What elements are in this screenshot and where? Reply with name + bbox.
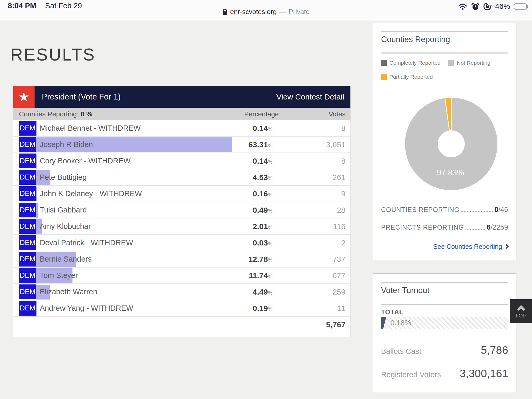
candidate-percentage: 0.14% bbox=[253, 124, 272, 133]
candidate-name: Pete Buttigieg bbox=[40, 173, 87, 182]
divider bbox=[381, 304, 508, 305]
contest-row: DEMDeval Patrick - WITHDREW0.03%2 bbox=[13, 235, 350, 251]
url-separator: — bbox=[279, 8, 286, 16]
contest-row: DEMAndrew Yang - WITHDREW0.19%11 bbox=[13, 300, 350, 317]
party-badge: DEM bbox=[19, 170, 36, 185]
legend-item: Partially Reported bbox=[381, 74, 433, 80]
turnout-card-title: Voter Turnout bbox=[381, 286, 429, 295]
contest-row: DEMElizabeth Warren4.49%259 bbox=[13, 284, 350, 300]
registered-voters-value: 3,300,161 bbox=[460, 367, 508, 380]
result-bar bbox=[36, 154, 37, 169]
candidate-votes: 2 bbox=[341, 238, 345, 247]
party-badge: DEM bbox=[19, 252, 36, 267]
counties-card-title: Counties Reporting bbox=[381, 35, 450, 44]
legend-swatch bbox=[448, 60, 454, 66]
candidate-votes: 11 bbox=[337, 304, 345, 313]
candidate-percentage: 12.78% bbox=[248, 255, 272, 264]
url-privacy-label: Private bbox=[289, 8, 310, 16]
see-counties-reporting-link[interactable]: See Counties Reporting bbox=[433, 243, 508, 250]
candidate-name: John K Delaney - WITHDREW bbox=[40, 189, 142, 198]
status-icons: 46% bbox=[458, 2, 528, 11]
divider bbox=[381, 31, 508, 32]
candidate-votes: 261 bbox=[332, 173, 345, 182]
battery-icon bbox=[514, 3, 528, 10]
candidate-percentage: 0.19% bbox=[253, 304, 272, 313]
contest-row: DEMCory Booker - WITHDREW0.14%8 bbox=[13, 153, 350, 169]
candidate-name: Amy Klobuchar bbox=[40, 222, 91, 231]
ballots-cast-label: Ballots Cast bbox=[381, 347, 421, 356]
wifi-icon bbox=[458, 3, 468, 10]
legend-swatch bbox=[381, 60, 387, 66]
stat-label: PRECINCTS REPORTING bbox=[381, 224, 464, 231]
party-badge: DEM bbox=[19, 203, 36, 217]
candidate-votes: 259 bbox=[332, 288, 345, 296]
candidate-name: Tom Steyer bbox=[40, 271, 78, 280]
counties-reporting-label: Counties Reporting: bbox=[19, 110, 79, 118]
party-badge: DEM bbox=[19, 219, 36, 234]
contest-row: DEMMichael Bennet - WITHDREW0.14%8 bbox=[13, 120, 350, 137]
candidate-name: Joseph R Biden bbox=[40, 140, 93, 149]
candidate-votes: 737 bbox=[332, 255, 345, 264]
chevron-right-icon bbox=[504, 244, 509, 249]
donut-percent-label: 97.83% bbox=[437, 168, 464, 177]
contest-rows: DEMMichael Bennet - WITHDREW0.14%8DEMJos… bbox=[13, 120, 350, 317]
legend-swatch bbox=[381, 74, 387, 80]
candidate-votes: 8 bbox=[341, 157, 345, 165]
party-badge: DEM bbox=[19, 154, 36, 168]
result-bar bbox=[36, 301, 37, 316]
candidate-percentage: 0.16% bbox=[253, 189, 272, 198]
legend-label: Completely Reported bbox=[389, 60, 441, 66]
party-badge: DEM bbox=[19, 235, 36, 250]
candidate-name: Deval Patrick - WITHDREW bbox=[40, 238, 133, 247]
total-votes-value: 5,767 bbox=[326, 320, 345, 329]
registered-voters-row: Registered Voters 3,300,161 bbox=[381, 367, 508, 380]
page-title: RESULTS bbox=[10, 45, 96, 64]
url-domain: enr-scvotes.org bbox=[230, 8, 277, 16]
stat-value: 6/2259 bbox=[487, 223, 508, 231]
turnout-progress-bar: 0.18% bbox=[381, 317, 508, 329]
contest-row: DEMBernie Sanders12.78%737 bbox=[13, 251, 350, 268]
battery-percent: 46% bbox=[495, 2, 510, 11]
candidate-percentage: 63.31% bbox=[248, 140, 272, 149]
result-bar bbox=[36, 203, 38, 218]
divider bbox=[381, 282, 508, 283]
contest-row: DEMJohn K Delaney - WITHDREW0.16%9 bbox=[13, 186, 350, 202]
turnout-percent-label: 0.18% bbox=[390, 319, 411, 327]
chevron-up-icon bbox=[517, 305, 525, 313]
party-badge: DEM bbox=[19, 268, 36, 283]
rotation-lock-icon bbox=[483, 2, 491, 11]
turnout-total-label: TOTAL bbox=[381, 308, 403, 316]
contest-card: ★ President (Vote For 1) View Contest De… bbox=[13, 86, 351, 337]
legend-label: Partially Reported bbox=[389, 74, 433, 80]
column-header-percentage: Percentage bbox=[244, 110, 279, 118]
candidate-percentage: 0.14% bbox=[253, 157, 272, 165]
ballots-cast-row: Ballots Cast 5,786 bbox=[381, 344, 508, 356]
candidate-percentage: 4.53% bbox=[253, 173, 272, 182]
ballots-cast-value: 5,786 bbox=[481, 344, 508, 356]
dotted-leader bbox=[466, 229, 485, 230]
candidate-percentage: 0.49% bbox=[253, 206, 272, 215]
candidate-name: Bernie Sanders bbox=[40, 255, 92, 263]
candidate-votes: 28 bbox=[337, 206, 345, 215]
column-header-votes: Votes bbox=[329, 110, 345, 118]
contest-title: President (Vote For 1) bbox=[42, 92, 121, 102]
contest-row: DEMTom Steyer11.74%677 bbox=[13, 268, 350, 284]
back-to-top-button[interactable]: TOP bbox=[510, 299, 532, 323]
candidate-percentage: 2.01% bbox=[253, 222, 272, 231]
top-button-label: TOP bbox=[515, 312, 527, 319]
status-time: 8:04 PM bbox=[8, 2, 36, 10]
counties-donut-chart: 97.83% bbox=[373, 94, 517, 194]
result-bar bbox=[36, 187, 37, 201]
counties-reporting-card: Counties Reporting Completely ReportedNo… bbox=[373, 23, 516, 260]
contest-total-row: 5,767 bbox=[18, 317, 345, 333]
party-badge: DEM bbox=[19, 301, 36, 316]
address-bar[interactable]: enr-scvotes.org — Private bbox=[222, 8, 310, 16]
candidate-votes: 677 bbox=[332, 271, 345, 280]
legend-label: Not Reporting bbox=[457, 60, 490, 66]
browser-toolbar: 8:04 PM Sat Feb 29 enr-scvotes.org — Pri… bbox=[0, 0, 532, 20]
party-badge: DEM bbox=[19, 137, 36, 152]
precincts-reporting-stat: PRECINCTS REPORTING 6/2259 bbox=[381, 223, 508, 231]
party-badge: DEM bbox=[19, 121, 36, 136]
view-contest-detail-link[interactable]: View Contest Detail bbox=[276, 92, 344, 101]
candidate-votes: 3,651 bbox=[326, 140, 345, 149]
